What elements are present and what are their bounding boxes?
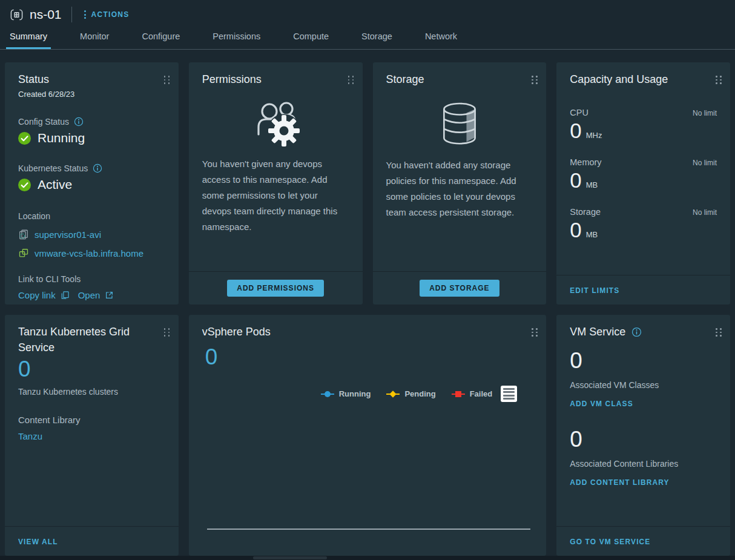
k8s-status-value: Active bbox=[38, 177, 72, 192]
legend-running[interactable]: Running bbox=[321, 389, 371, 398]
vcenter-linked-icon bbox=[18, 248, 29, 259]
drag-handle-icon[interactable] bbox=[532, 76, 538, 84]
location-label: Location bbox=[18, 211, 50, 221]
content-libraries-label: Associated Content Libraries bbox=[570, 459, 717, 469]
storage-cap-label: Storage bbox=[570, 207, 601, 217]
check-circle-icon bbox=[18, 179, 31, 191]
cpu-usage-value: 0 bbox=[570, 119, 581, 143]
legend-pending[interactable]: Pending bbox=[386, 389, 435, 398]
tab-permissions[interactable]: Permissions bbox=[209, 29, 264, 49]
memory-label: Memory bbox=[570, 157, 601, 167]
users-gear-icon bbox=[248, 99, 303, 148]
add-storage-button[interactable]: ADD STORAGE bbox=[420, 280, 499, 297]
pods-card-title: vSphere Pods bbox=[202, 324, 271, 340]
tab-network[interactable]: Network bbox=[421, 29, 461, 49]
content-libraries-count: 0 bbox=[570, 427, 717, 452]
content-library-link[interactable]: Tanzu bbox=[18, 431, 165, 441]
actions-menu-button[interactable]: ACTIONS bbox=[84, 10, 130, 19]
tab-storage[interactable]: Storage bbox=[358, 29, 396, 49]
legend-running-label: Running bbox=[339, 389, 371, 398]
edit-limits-link[interactable]: EDIT LIMITS bbox=[570, 286, 619, 295]
copy-link-button[interactable]: Copy link bbox=[18, 290, 56, 300]
horizontal-scrollbar[interactable] bbox=[0, 556, 735, 560]
storage-card: Storage You haven't added any stor bbox=[373, 62, 547, 305]
k8s-status-label: Kubernetes Status bbox=[18, 163, 88, 173]
failed-marker-icon bbox=[452, 394, 465, 395]
created-date: Created 6/28/23 bbox=[18, 90, 165, 99]
supervisor-link-label: supervisor01-avi bbox=[35, 229, 101, 240]
pods-chart-area: Running Pending Failed bbox=[189, 370, 547, 556]
chart-table-toggle-button[interactable] bbox=[501, 386, 517, 402]
permissions-empty-message: You haven't given any devops access to t… bbox=[202, 151, 349, 235]
drag-handle-icon[interactable] bbox=[532, 328, 538, 337]
storage-card-title: Storage bbox=[386, 71, 424, 87]
tab-bar: Summary Monitor Configure Permissions Co… bbox=[0, 29, 735, 50]
running-marker-icon bbox=[321, 394, 334, 395]
drag-handle-icon[interactable] bbox=[164, 76, 170, 84]
cpu-usage-unit: MHz bbox=[586, 131, 602, 140]
tanzu-cluster-count: 0 bbox=[18, 357, 165, 382]
config-status-label: Config Status bbox=[18, 117, 69, 127]
tab-configure[interactable]: Configure bbox=[138, 29, 183, 49]
info-icon[interactable] bbox=[631, 327, 642, 337]
pods-chart-legend: Running Pending Failed bbox=[321, 386, 518, 402]
pods-count: 0 bbox=[205, 344, 218, 369]
supervisor-link[interactable]: supervisor01-avi bbox=[18, 229, 165, 240]
vsphere-pods-card: vSphere Pods 0 Running Pending Failed bbox=[189, 315, 547, 556]
storage-empty-message: You haven't added any storage policies f… bbox=[386, 153, 533, 220]
page-title: ns-01 bbox=[30, 7, 62, 22]
vm-classes-count: 0 bbox=[570, 348, 717, 374]
add-vm-class-link[interactable]: ADD VM CLASS bbox=[570, 400, 633, 408]
storage-cylinder-icon bbox=[437, 99, 483, 149]
external-link-icon[interactable] bbox=[105, 291, 114, 300]
config-status-value: Running bbox=[38, 131, 85, 145]
info-icon[interactable] bbox=[93, 163, 102, 173]
cli-tools-label: Link to CLI Tools bbox=[18, 274, 81, 284]
chart-x-axis bbox=[207, 529, 531, 530]
open-link-button[interactable]: Open bbox=[78, 290, 101, 300]
vcenter-link-label: vmware-vcs-lab.infra.home bbox=[35, 248, 143, 259]
memory-limit: No limit bbox=[693, 159, 717, 167]
memory-usage-unit: MB bbox=[586, 180, 598, 189]
tanzu-cluster-count-label: Tanzu Kubernetes clusters bbox=[18, 387, 165, 397]
top-bar: ns-01 ACTIONS bbox=[0, 0, 735, 29]
permissions-card-title: Permissions bbox=[202, 71, 262, 87]
status-card: Status Created 6/28/23 Config Status bbox=[5, 62, 179, 305]
permissions-card: Permissions bbox=[189, 62, 363, 305]
tab-compute[interactable]: Compute bbox=[289, 29, 332, 49]
pending-marker-icon bbox=[386, 394, 400, 395]
capacity-usage-card: Capacity and Usage CPU No limit 0 MHz Me… bbox=[556, 62, 730, 305]
summary-card-grid: Status Created 6/28/23 Config Status bbox=[0, 50, 735, 556]
vm-service-card: VM Service 0 Associated VM Classes ADD V… bbox=[556, 315, 730, 556]
check-circle-icon bbox=[18, 132, 31, 145]
tanzu-card-title: Tanzu Kubernetes Grid Service bbox=[18, 324, 159, 355]
storage-usage-unit: MB bbox=[586, 230, 598, 239]
drag-handle-icon[interactable] bbox=[716, 76, 722, 84]
tab-summary[interactable]: Summary bbox=[6, 29, 51, 49]
view-all-link[interactable]: VIEW ALL bbox=[18, 538, 58, 546]
status-card-title: Status bbox=[18, 71, 49, 87]
capacity-card-title: Capacity and Usage bbox=[570, 71, 668, 87]
legend-pending-label: Pending bbox=[404, 389, 435, 398]
vm-service-card-title: VM Service bbox=[570, 324, 625, 340]
vcenter-link[interactable]: vmware-vcs-lab.infra.home bbox=[18, 248, 165, 259]
scrollbar-thumb[interactable] bbox=[253, 556, 327, 559]
info-icon[interactable] bbox=[74, 117, 84, 127]
go-to-vm-service-link[interactable]: GO TO VM SERVICE bbox=[570, 538, 650, 546]
supervisor-cluster-icon bbox=[18, 229, 29, 240]
legend-failed[interactable]: Failed bbox=[452, 389, 493, 398]
cpu-limit: No limit bbox=[693, 109, 717, 117]
drag-handle-icon[interactable] bbox=[348, 76, 354, 84]
add-permissions-button[interactable]: ADD PERMISSIONS bbox=[227, 280, 324, 297]
title-divider bbox=[71, 7, 72, 22]
add-content-library-link[interactable]: ADD CONTENT LIBRARY bbox=[570, 478, 669, 487]
drag-handle-icon[interactable] bbox=[164, 328, 170, 337]
vm-classes-label: Associated VM Classes bbox=[570, 380, 717, 390]
storage-cap-limit: No limit bbox=[693, 208, 717, 217]
tab-monitor[interactable]: Monitor bbox=[76, 29, 113, 49]
namespace-icon bbox=[10, 8, 24, 22]
content-library-label: Content Library bbox=[18, 415, 165, 425]
legend-failed-label: Failed bbox=[470, 389, 493, 398]
drag-handle-icon[interactable] bbox=[716, 328, 722, 337]
copy-icon[interactable] bbox=[61, 291, 70, 300]
